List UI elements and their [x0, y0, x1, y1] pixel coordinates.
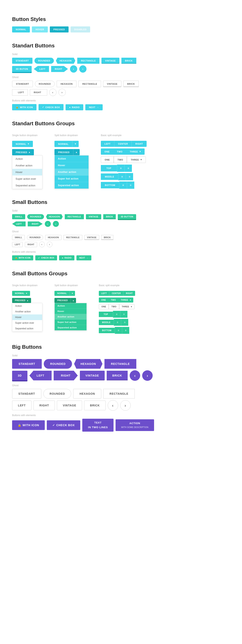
small-split-pressed-main[interactable]: PRESSED — [54, 298, 71, 303]
with-icon-button[interactable]: 🔒 WITH ICON — [12, 104, 36, 110]
menu-item-action[interactable]: Action — [12, 156, 42, 162]
small-next-button[interactable]: NEXT → — [76, 255, 91, 260]
small-split-separeted[interactable]: Separeted action — [55, 325, 86, 330]
big-brick[interactable]: BRICK — [107, 371, 128, 380]
big-ghost-standart[interactable]: STANDART — [12, 389, 41, 398]
small-ghost-rectangle[interactable]: RECTANGLE — [64, 235, 82, 240]
big-ghost-right[interactable]: RIGHT — [34, 400, 55, 410]
small-split-pressed-arrow[interactable]: ▴ — [71, 298, 76, 303]
small-ghost-hexagon[interactable]: HEXAGON — [45, 235, 62, 240]
split-menu-separeted[interactable]: Separeted action — [55, 182, 88, 188]
btn-vintage[interactable]: VINTAGE — [102, 58, 120, 64]
align-bottom-lines1[interactable]: ≡ — [119, 182, 127, 189]
small-ghost-rounded[interactable]: ROUNDED — [27, 235, 43, 240]
small-3d[interactable]: 3D BUTTON — [118, 214, 136, 219]
big-chevron-left[interactable]: ‹ — [130, 370, 140, 381]
small-top-lines2[interactable]: ≡ — [120, 311, 128, 318]
small-ghost-standart[interactable]: SMALL — [12, 235, 25, 240]
state-normal-button[interactable]: NORMAL — [12, 26, 30, 32]
big-with-icon-button[interactable]: 🔒 WITH ICON — [12, 420, 45, 430]
small-standart[interactable]: SMALL — [12, 214, 25, 219]
small-menu-action[interactable]: Action — [12, 303, 42, 309]
big-hexagon[interactable]: HEXAGON — [74, 359, 102, 369]
small-basic-center[interactable]: CENTER — [109, 291, 124, 296]
small-menu-hover[interactable]: Hover — [12, 314, 42, 320]
small-ghost-chevron-left[interactable]: ‹ — [39, 242, 45, 247]
big-standart[interactable]: STANDART — [12, 359, 42, 369]
btn-rectangle[interactable]: RECTANGLE — [77, 58, 100, 64]
ghost-vintage[interactable]: VINTAGE — [103, 81, 122, 87]
align-middle-lines1[interactable]: ≡ — [118, 173, 126, 180]
small-middle-lines1[interactable]: ≡ — [114, 319, 121, 326]
small-bottom-lines2[interactable]: ≡ — [122, 327, 129, 334]
align-bottom-lines2[interactable]: ≡ — [127, 182, 134, 189]
big-ghost-left[interactable]: LEFT — [12, 400, 32, 410]
big-checkbox-button[interactable]: ✓ CHECK BOX — [47, 420, 80, 430]
split-menu-hover[interactable]: Hover — [55, 162, 88, 169]
big-ghost-rounded[interactable]: ROUNDED — [43, 389, 72, 398]
ghost-one[interactable]: ONE — [101, 156, 114, 163]
big-rounded[interactable]: ROUNDED — [44, 359, 72, 369]
small-rounded[interactable]: ROUNDED — [27, 214, 44, 219]
split-pressed-arrow[interactable]: ▴ — [74, 149, 80, 155]
ghost-rectangle[interactable]: RECTANGLE — [78, 81, 101, 87]
small-right[interactable]: RIGHT — [28, 222, 42, 226]
basic-center[interactable]: CENTER — [114, 141, 132, 147]
small-split-normal-main[interactable]: NORMAL — [54, 291, 70, 296]
menu-item-super[interactable]: Super action ever — [12, 176, 42, 182]
state-pressed-button[interactable]: PRESSED — [50, 26, 68, 32]
ghost-chevron-left[interactable]: ‹ — [49, 89, 56, 96]
small-ghost-brick[interactable]: BRICK — [101, 235, 114, 240]
small-rectangle[interactable]: RECTANGLE — [65, 214, 84, 219]
big-rectangle[interactable]: RECTANGLE — [104, 359, 136, 369]
small-basic-left[interactable]: LEFT — [99, 291, 109, 296]
checkbox-button[interactable]: ✓ CHECK BOX — [38, 104, 64, 110]
small-middle-lines2[interactable]: ≡ — [121, 319, 128, 326]
small-ghost-left[interactable]: LEFT — [12, 242, 23, 247]
split-two[interactable]: TWO — [113, 148, 126, 155]
btn-chevron-left[interactable]: ‹ — [70, 65, 77, 72]
small-checkbox-button[interactable]: ✓ CHECK BOX — [35, 255, 57, 260]
small-split-hover[interactable]: Hover — [55, 308, 86, 314]
menu-item-hover[interactable]: Hover — [12, 169, 42, 176]
ghost-standart[interactable]: STANDART — [12, 81, 33, 87]
big-3d[interactable]: 3D — [12, 371, 28, 380]
ghost-right[interactable]: RIGHT — [30, 89, 47, 96]
pressed-dropdown-button[interactable]: PRESSED ▴ — [12, 149, 34, 155]
ghost-rounded[interactable]: ROUNDED — [35, 81, 55, 87]
split-menu-another[interactable]: Another action — [55, 169, 88, 176]
basic-right[interactable]: RIGHT — [132, 141, 146, 147]
small-left[interactable]: LEFT — [12, 222, 26, 226]
split-normal-arrow[interactable]: ▾ — [72, 141, 79, 147]
small-split-another[interactable]: Another action — [55, 314, 86, 320]
ghost-three-dropdown[interactable]: THREE ▾ — [127, 156, 146, 163]
big-left[interactable]: LEFT — [30, 371, 52, 380]
ghost-hexagon[interactable]: HEXAGON — [57, 81, 76, 87]
btn-chevron-right[interactable]: › — [79, 65, 86, 72]
big-ghost-hexagon[interactable]: HEXAGON — [73, 389, 101, 398]
small-vintage[interactable]: VINTAGE — [86, 214, 101, 219]
small-ghost-right[interactable]: RIGHT — [25, 242, 37, 247]
small-menu-another[interactable]: Another action — [12, 309, 42, 314]
big-chevron-right[interactable]: › — [142, 370, 153, 381]
small-ghost-split-one[interactable]: ONE — [99, 304, 109, 309]
split-menu-superhot[interactable]: Super hot action — [55, 176, 88, 182]
small-split-superhot[interactable]: Super hot action — [55, 320, 86, 325]
btn-3d[interactable]: 3D BUTON — [12, 66, 32, 72]
small-ghost-split-three[interactable]: THREE ▾ — [119, 304, 135, 309]
radio-button[interactable]: ● RADIO — [66, 104, 83, 110]
big-ghost-rectangle[interactable]: RECTANGLE — [103, 389, 135, 398]
big-ghost-chevron-left[interactable]: ‹ — [108, 400, 118, 411]
small-split-two[interactable]: TWO — [108, 298, 118, 302]
big-vintage[interactable]: VINTAGE — [80, 371, 105, 380]
split-menu-action[interactable]: Action — [55, 156, 88, 162]
big-action-button[interactable]: ACTION With Some Description — [116, 419, 154, 431]
small-basic-right[interactable]: RIGHT — [124, 291, 135, 296]
small-top-lines1[interactable]: ≡ — [113, 311, 120, 318]
btn-rounded[interactable]: ROUNDED — [34, 58, 54, 64]
small-chevron-right[interactable]: › — [53, 221, 59, 227]
menu-item-another[interactable]: Another action — [12, 162, 42, 169]
small-split-one[interactable]: ONE — [99, 298, 108, 302]
normal-dropdown-button[interactable]: NORMAL ▾ — [12, 141, 33, 147]
menu-item-separeted[interactable]: Separeted action — [12, 182, 42, 189]
